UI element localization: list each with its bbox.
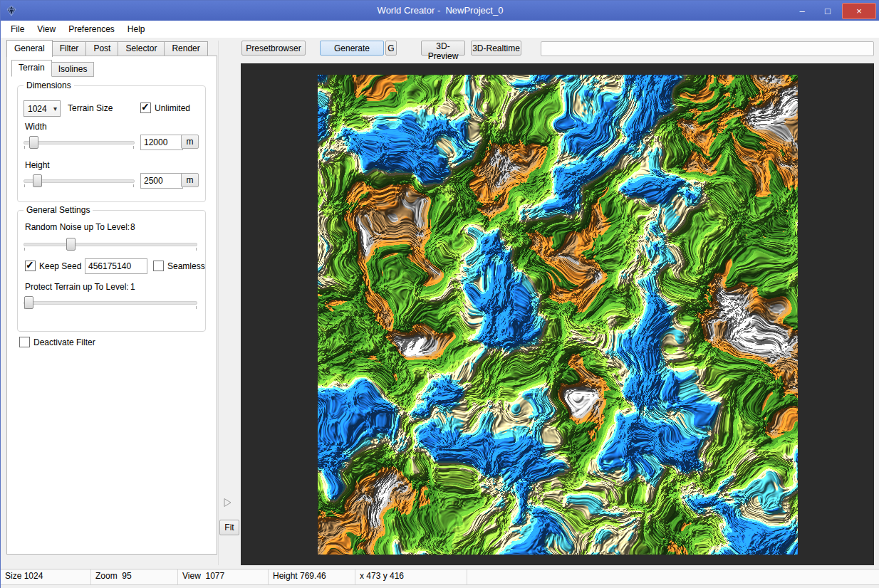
protect-terrain-slider-track[interactable] bbox=[24, 301, 197, 305]
presetbrowser-button[interactable]: Presetbrowser bbox=[241, 41, 306, 56]
status-empty bbox=[467, 569, 879, 584]
unlimited-checkbox[interactable]: Unlimited bbox=[140, 103, 190, 113]
dimensions-group: Dimensions 1024 ▾ Terrain Size Unlimited… bbox=[17, 85, 206, 202]
tab-filter[interactable]: Filter bbox=[52, 41, 87, 56]
status-coords: x 473 y 416 bbox=[355, 569, 467, 584]
tab-selector[interactable]: Selector bbox=[118, 41, 165, 56]
keep-seed-checkbox[interactable]: Keep Seed bbox=[25, 261, 81, 271]
protect-terrain-slider[interactable] bbox=[24, 295, 197, 309]
menu-help[interactable]: Help bbox=[121, 22, 152, 36]
terrain-canvas[interactable] bbox=[318, 75, 798, 555]
unlimited-label: Unlimited bbox=[155, 103, 190, 113]
tab-post[interactable]: Post bbox=[85, 41, 118, 56]
3d-preview-button[interactable]: 3D-Preview bbox=[421, 41, 465, 56]
menu-view[interactable]: View bbox=[31, 22, 62, 36]
height-unit-button[interactable]: m bbox=[181, 173, 199, 187]
statusbar: Size 1024 Zoom 95 View 1077 Height 769.4… bbox=[1, 569, 879, 585]
window-controls: – □ × bbox=[791, 3, 876, 19]
slider-tick bbox=[196, 248, 197, 251]
status-view: View 1077 bbox=[178, 569, 269, 584]
close-button[interactable]: × bbox=[842, 3, 876, 19]
progress-bar bbox=[541, 41, 874, 56]
maximize-button[interactable]: □ bbox=[816, 4, 839, 19]
g-button[interactable]: G bbox=[385, 41, 397, 56]
slider-tick bbox=[133, 146, 134, 149]
height-input[interactable] bbox=[140, 173, 183, 189]
terrain-viewport[interactable] bbox=[241, 63, 874, 565]
width-slider[interactable] bbox=[24, 135, 135, 149]
menubar: File View Preferences Help bbox=[1, 21, 879, 38]
seamless-label: Seamless bbox=[167, 261, 205, 271]
width-unit-button[interactable]: m bbox=[181, 135, 199, 149]
width-slider-thumb[interactable] bbox=[29, 136, 38, 149]
seamless-checkbox[interactable]: Seamless bbox=[153, 261, 205, 271]
terrain-size-value: 1024 bbox=[24, 104, 53, 114]
protect-terrain-slider-thumb[interactable] bbox=[24, 296, 33, 309]
protect-terrain-label: Protect Terrain up To Level: bbox=[25, 282, 129, 292]
height-slider-thumb[interactable] bbox=[33, 174, 42, 187]
slider-tick bbox=[24, 146, 25, 149]
tab-isolines[interactable]: Isolines bbox=[51, 62, 95, 77]
width-slider-track[interactable] bbox=[24, 141, 135, 145]
unlimited-checkbox-box[interactable] bbox=[140, 103, 151, 113]
height-label: Height bbox=[25, 160, 50, 170]
dimensions-legend: Dimensions bbox=[24, 80, 74, 90]
general-settings-group: General Settings Random Noise up To Leve… bbox=[17, 210, 206, 332]
menu-preferences[interactable]: Preferences bbox=[62, 22, 121, 36]
deactivate-filter-checkbox-box[interactable] bbox=[19, 337, 30, 347]
status-size: Size 1024 bbox=[1, 569, 91, 584]
status-height: Height 769.46 bbox=[269, 569, 355, 584]
width-input[interactable] bbox=[140, 135, 183, 150]
generate-button[interactable]: Generate bbox=[320, 41, 384, 56]
chevron-down-icon: ▾ bbox=[53, 105, 60, 112]
seamless-checkbox-box[interactable] bbox=[153, 261, 164, 271]
seed-input[interactable] bbox=[85, 258, 147, 274]
deactivate-filter-label: Deactivate Filter bbox=[33, 337, 95, 347]
3d-realtime-button[interactable]: 3D-Realtime bbox=[471, 41, 521, 56]
protect-terrain-value: 1 bbox=[130, 282, 135, 292]
random-noise-slider[interactable] bbox=[24, 236, 197, 251]
slider-tick bbox=[24, 184, 25, 187]
tab-terrain[interactable]: Terrain bbox=[11, 60, 52, 77]
main-tab-strip: General Filter Post Selector Render bbox=[6, 41, 207, 56]
random-noise-slider-track[interactable] bbox=[24, 243, 197, 246]
slider-tick bbox=[24, 248, 25, 251]
fit-button[interactable]: Fit bbox=[219, 520, 239, 535]
window-title: World Creator - NewProject_0 bbox=[1, 5, 879, 16]
random-noise-value: 8 bbox=[130, 222, 135, 232]
titlebar[interactable]: World Creator - NewProject_0 – □ × bbox=[1, 1, 879, 21]
app-window: World Creator - NewProject_0 – □ × File … bbox=[0, 0, 879, 588]
terrain-size-select[interactable]: 1024 ▾ bbox=[24, 100, 61, 117]
menu-file[interactable]: File bbox=[4, 22, 31, 36]
minimize-button[interactable]: – bbox=[791, 4, 813, 19]
deactivate-filter-checkbox[interactable]: Deactivate Filter bbox=[19, 337, 95, 347]
random-noise-slider-thumb[interactable] bbox=[66, 238, 76, 251]
settings-panel: Terrain Isolines Dimensions 1024 ▾ Terra… bbox=[6, 56, 217, 555]
panel-splitter[interactable] bbox=[218, 41, 219, 565]
tab-general[interactable]: General bbox=[6, 40, 53, 57]
collapse-panel-arrow-icon[interactable] bbox=[221, 496, 235, 509]
height-slider[interactable] bbox=[24, 173, 135, 187]
slider-tick bbox=[133, 184, 134, 187]
tab-render[interactable]: Render bbox=[164, 41, 207, 56]
random-noise-label: Random Noise up To Level: bbox=[25, 222, 130, 232]
keep-seed-label: Keep Seed bbox=[39, 261, 81, 271]
width-label: Width bbox=[25, 122, 47, 132]
panel-tab-strip: Terrain Isolines bbox=[11, 61, 93, 77]
keep-seed-checkbox-box[interactable] bbox=[25, 261, 36, 271]
general-settings-legend: General Settings bbox=[24, 205, 93, 215]
status-zoom: Zoom 95 bbox=[91, 569, 178, 584]
terrain-size-label: Terrain Size bbox=[68, 103, 113, 113]
slider-tick bbox=[196, 306, 197, 309]
